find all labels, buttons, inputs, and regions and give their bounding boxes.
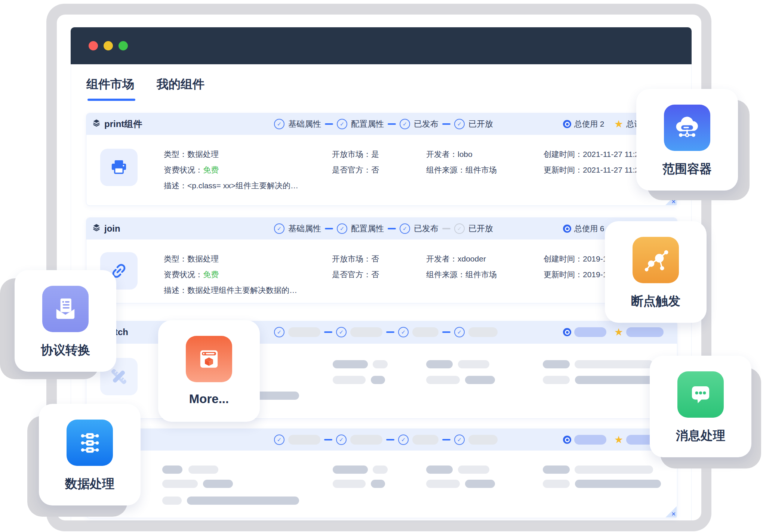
floating-card-breakpoint-trigger[interactable]: 断点触发: [605, 221, 707, 323]
component-card-skeleton[interactable]: ✓ ✓ ✓ ✓ ★ ✕: [86, 429, 677, 518]
skeleton-pill: [458, 466, 489, 474]
step-label: 配置属性: [351, 223, 384, 234]
floating-card-label: 数据处理: [65, 476, 114, 492]
skeleton-pill: [188, 466, 218, 474]
layers-icon: [92, 223, 101, 234]
close-icon[interactable]: ✕: [671, 511, 676, 517]
step-connector: [386, 439, 394, 440]
rating-stat: ★: [614, 321, 664, 343]
component-card-join[interactable]: join ✓基础属性 ✓配置属性 ✓已发布 ✓已开放 总使用 6 ★总评 类型：…: [86, 217, 677, 303]
skeleton-pill: [288, 327, 320, 337]
field-source: 组件来源：组件市场: [426, 269, 497, 280]
star-icon: ★: [614, 327, 623, 337]
skeleton-pill: [333, 466, 368, 474]
skeleton-pill: [543, 480, 570, 488]
floating-card-protocol-convert[interactable]: 协议转换: [15, 270, 116, 372]
step-connector: [325, 123, 333, 125]
step-connector: [324, 439, 332, 440]
field-description: 描述：数据处理组件主要解决数据的…: [164, 285, 297, 296]
check-icon: ✓: [398, 327, 409, 337]
field-updated: 更新时间：2021-11-27 11:2: [544, 165, 639, 175]
card-title: print组件: [104, 118, 142, 130]
step-connector: [325, 228, 333, 229]
skeleton-pill: [426, 360, 453, 368]
field-official: 是否官方：否: [332, 269, 379, 280]
skeleton-pill: [575, 466, 653, 474]
step-connector: [324, 331, 332, 333]
check-icon: ✓: [337, 223, 347, 234]
skeleton-pill: [350, 435, 382, 445]
usage-icon: [563, 225, 571, 233]
field-created: 创建时间：2021-11-27 11:2: [544, 149, 639, 160]
floating-card-label: 范围容器: [662, 161, 712, 177]
check-icon: ✓: [454, 119, 465, 129]
skeleton-pill: [333, 376, 366, 384]
field-description: 描述：<p.class= xx>组件主要解决的…: [164, 180, 298, 191]
step-connector: [442, 439, 450, 440]
check-icon: ✓: [337, 119, 347, 129]
step-connector: [442, 331, 450, 333]
usage-icon: [563, 328, 571, 336]
tab-component-market[interactable]: 组件市场: [86, 76, 134, 93]
skeleton-pill: [162, 480, 198, 488]
floating-card-more[interactable]: More...: [158, 320, 260, 422]
floating-card-data-processing[interactable]: 数据处理: [39, 404, 141, 505]
card-header: ✓ ✓ ✓ ✓ ★: [86, 429, 677, 451]
usage-label: 总使用 2: [574, 119, 604, 129]
floating-card-range-container[interactable]: 范围容器: [636, 89, 738, 191]
card-header: join ✓基础属性 ✓配置属性 ✓已发布 ✓已开放 总使用 6 ★总评: [86, 218, 677, 239]
check-icon: ✓: [274, 434, 284, 445]
layers-icon: [92, 119, 101, 129]
field-developer: 开发者：xdooder: [426, 254, 486, 264]
skeleton-pill: [426, 376, 460, 384]
skeleton-pill: [412, 435, 439, 445]
step-label: 已开放: [468, 223, 493, 234]
skeleton-pill: [575, 480, 661, 488]
skeleton-pill: [465, 480, 495, 488]
field-type: 类型：数据处理: [164, 254, 219, 264]
step-label: 配置属性: [351, 118, 384, 130]
field-created: 创建时间：2019-1: [544, 254, 607, 264]
usage-icon: [563, 120, 571, 128]
skeleton-pill: [468, 327, 498, 337]
skeleton-pill: [412, 327, 439, 337]
skeleton-pill: [371, 480, 385, 488]
skeleton-pill: [350, 327, 382, 337]
skeleton-pill: [458, 360, 489, 368]
maximize-traffic-light[interactable]: [119, 41, 128, 50]
usage-stat: 总使用 2: [563, 113, 604, 135]
usage-stat: [563, 429, 606, 451]
step-connector: [442, 123, 450, 125]
skeleton-pill: [371, 376, 385, 384]
skeleton-pill: [373, 466, 388, 474]
skeleton-pill: [574, 435, 606, 445]
minimize-traffic-light[interactable]: [104, 41, 113, 50]
field-updated: 更新时间：2019-1: [544, 269, 607, 280]
check-icon: ✓: [400, 119, 410, 129]
skeleton-pill: [574, 327, 606, 337]
browser-cube-icon: [186, 336, 232, 382]
floating-card-message-processing[interactable]: 消息处理: [650, 356, 751, 457]
data-nodes-icon: [67, 420, 113, 466]
field-fee: 资费状况：免费: [164, 165, 219, 175]
tab-my-components[interactable]: 我的组件: [157, 76, 204, 93]
skeleton-pill: [543, 376, 570, 384]
skeleton-pill: [203, 480, 233, 488]
component-card-print[interactable]: print组件 ✓基础属性 ✓配置属性 ✓已发布 ✓已开放 总使用 2 ★总评 …: [86, 113, 677, 206]
skeleton-pill: [333, 480, 366, 488]
close-traffic-light[interactable]: [89, 41, 98, 50]
skeleton-pill: [543, 466, 570, 474]
check-icon: ✓: [454, 434, 465, 445]
status-steps: ✓基础属性 ✓配置属性 ✓已发布 ✓已开放: [274, 113, 493, 135]
usage-label: 总使用 6: [574, 223, 604, 234]
check-icon: ✓: [398, 434, 409, 445]
skeleton-pill: [373, 360, 388, 368]
status-steps-skeleton: ✓ ✓ ✓ ✓: [274, 321, 498, 343]
usage-icon: [563, 436, 571, 444]
card-title: join: [104, 223, 120, 234]
field-official: 是否官方：否: [332, 165, 379, 175]
field-type: 类型：数据处理: [164, 149, 219, 160]
field-fee: 资费状况：免费: [164, 269, 219, 280]
status-steps-skeleton: ✓ ✓ ✓ ✓: [274, 429, 498, 451]
skeleton-pill: [162, 497, 182, 505]
